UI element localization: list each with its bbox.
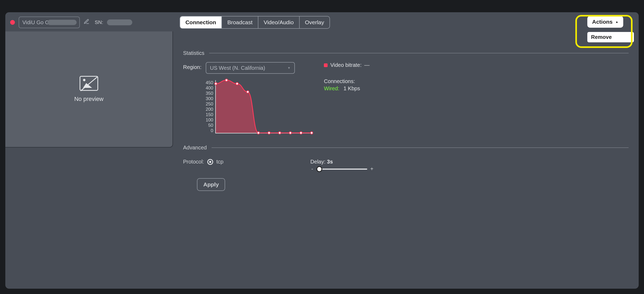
bitrate-value: — xyxy=(364,62,370,68)
chart-y-tick: 150 xyxy=(206,112,213,117)
protocol-radio-tcp[interactable] xyxy=(207,159,213,165)
protocol-label: Protocol: xyxy=(183,159,204,165)
preview-box: No preview xyxy=(5,31,173,148)
svg-point-9 xyxy=(311,132,313,134)
chart-y-axis: 450400350300250200150100500 xyxy=(206,80,213,133)
tab-overlay[interactable]: Overlay xyxy=(300,17,329,28)
svg-point-0 xyxy=(215,83,217,85)
tabs: Connection Broadcast Video/Audio Overlay xyxy=(180,16,330,29)
chart-y-tick: 300 xyxy=(206,96,213,101)
svg-point-3 xyxy=(247,91,249,93)
svg-point-1 xyxy=(225,79,228,81)
sn-label: SN: xyxy=(95,19,103,25)
delay-plus-button[interactable]: + xyxy=(370,166,374,172)
svg-point-2 xyxy=(236,83,238,85)
chart-y-tick: 250 xyxy=(206,101,213,107)
device-panel: VidiU Go C SN: Connection Broadcast Vide… xyxy=(5,12,415,190)
no-preview-icon xyxy=(80,76,98,91)
statistics-title: Statistics xyxy=(183,50,204,56)
device-name-redacted xyxy=(47,20,77,25)
chart-y-tick: 0 xyxy=(211,128,213,133)
delay-value: 3s xyxy=(327,159,333,165)
delay-slider-thumb[interactable] xyxy=(316,166,322,172)
advanced-header: Advanced xyxy=(183,145,415,151)
region-select[interactable]: US West (N. California) ▼ xyxy=(206,62,295,74)
content: Statistics Region: US West (N. Californi… xyxy=(173,44,415,190)
bitrate-chart xyxy=(215,80,312,133)
svg-point-8 xyxy=(300,132,302,134)
delay-label: Delay: xyxy=(310,159,327,165)
delay-minus-button[interactable]: - xyxy=(310,166,314,172)
svg-point-5 xyxy=(268,132,270,134)
chart-wrap: 450400350300250200150100500 xyxy=(206,80,312,133)
tab-broadcast[interactable]: Broadcast xyxy=(222,17,258,28)
record-indicator-icon xyxy=(10,20,15,25)
statistics-header: Statistics xyxy=(183,50,415,56)
sn-redacted xyxy=(107,19,132,25)
protocol-value: tcp xyxy=(216,159,224,165)
chart-y-tick: 200 xyxy=(206,107,213,112)
chart-y-tick: 450 xyxy=(206,80,213,85)
right-stats: Video bitrate: — Connections: Wired: 1 K… xyxy=(324,62,370,133)
divider xyxy=(209,53,415,53)
svg-point-7 xyxy=(289,132,292,134)
topbar: VidiU Go C SN: Connection Broadcast Vide… xyxy=(5,12,415,31)
edit-icon[interactable] xyxy=(84,19,89,26)
wired-value: 1 Kbps xyxy=(344,85,360,91)
tab-connection[interactable]: Connection xyxy=(180,17,222,28)
svg-point-4 xyxy=(257,132,260,134)
chart-y-tick: 50 xyxy=(208,123,213,128)
chart-y-tick: 350 xyxy=(206,91,213,96)
chart-y-tick: 100 xyxy=(206,117,213,123)
no-preview-text: No preview xyxy=(74,96,104,103)
delay-slider[interactable] xyxy=(317,169,367,170)
region-value: US West (N. California) xyxy=(210,65,265,71)
chart-y-tick: 400 xyxy=(206,85,213,91)
device-name-text: VidiU Go C xyxy=(22,19,49,26)
bitrate-label: Video bitrate: xyxy=(330,62,362,68)
region-label: Region: xyxy=(183,64,201,70)
legend-color-icon xyxy=(324,63,328,67)
divider xyxy=(212,148,415,148)
svg-point-6 xyxy=(279,132,281,134)
advanced-section: Advanced Protocol: tcp Apply Delay: 3s xyxy=(183,145,415,190)
advanced-title: Advanced xyxy=(183,145,207,151)
connections-label: Connections: xyxy=(324,78,370,84)
device-name-input[interactable]: VidiU Go C xyxy=(19,17,80,28)
chevron-down-icon: ▼ xyxy=(287,66,291,70)
wired-label: Wired: xyxy=(324,85,339,91)
apply-button[interactable]: Apply xyxy=(197,178,225,190)
tab-video-audio[interactable]: Video/Audio xyxy=(258,17,300,28)
